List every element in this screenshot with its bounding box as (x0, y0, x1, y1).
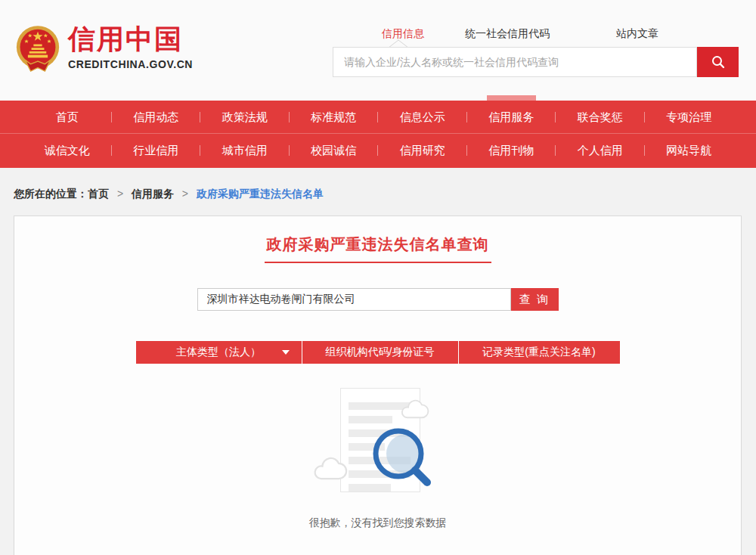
main-nav: 首页 信用动态 政策法规 标准规范 信息公示 信用服务 联合奖惩 专项治理 诚信… (0, 101, 756, 168)
cloud-icon (311, 456, 348, 481)
nav-item-credit-publications[interactable]: 信用刊物 (467, 134, 556, 167)
column-header-label: 组织机构代码/身份证号 (326, 346, 435, 359)
national-emblem-icon (15, 24, 60, 76)
header-search-button[interactable] (697, 47, 739, 77)
nav-item-special-governance[interactable]: 专项治理 (645, 101, 734, 133)
query-form: 查 询 (197, 288, 559, 311)
nav-item-personal-credit[interactable]: 个人信用 (556, 134, 645, 167)
column-header-label: 记录类型(重点关注名单) (482, 346, 595, 359)
nav-item-standards[interactable]: 标准规范 (290, 101, 379, 133)
nav-item-credit-services[interactable]: 信用服务 (467, 101, 556, 133)
tab-site-articles[interactable]: 站内文章 (616, 27, 658, 41)
empty-state-illustration (295, 383, 461, 504)
magnifier-icon (711, 54, 726, 70)
column-header-subject-type[interactable]: 主体类型（法人） (136, 341, 302, 364)
site-header: 信用中国 CREDITCHINA.GOV.CN 信用信息 统一社会信用代码 站内… (0, 0, 756, 101)
column-header-org-code: 组织机构代码/身份证号 (302, 341, 458, 364)
nav-item-policies[interactable]: 政策法规 (200, 101, 290, 133)
no-results-message: 很抱歉，没有找到您搜索数据 (14, 516, 741, 530)
breadcrumb-home[interactable]: 首页 (88, 188, 109, 200)
breadcrumb: 您所在的位置：首页 > 信用服务 > 政府采购严重违法失信名单 (14, 188, 324, 201)
site-logo[interactable]: 信用中国 CREDITCHINA.GOV.CN (15, 24, 193, 76)
column-header-record-type: 记录类型(重点关注名单) (459, 341, 620, 364)
content-panel: 政府采购严重违法失信名单查询 查 询 主体类型（法人） 组织机构代码/身份证号 … (14, 215, 742, 555)
breadcrumb-current-page[interactable]: 政府采购严重违法失信名单 (197, 188, 324, 200)
site-subtitle: CREDITCHINA.GOV.CN (68, 58, 193, 70)
nav-item-integrity-culture[interactable]: 诚信文化 (23, 134, 112, 167)
nav-item-info-disclosure[interactable]: 信息公示 (378, 101, 467, 133)
tab-unified-social-credit-code[interactable]: 统一社会信用代码 (465, 27, 550, 41)
nav-item-site-map[interactable]: 网站导航 (645, 134, 734, 167)
breadcrumb-separator: > (117, 188, 123, 200)
nav-item-city-credit[interactable]: 城市信用 (200, 134, 290, 167)
breadcrumb-credit-services[interactable]: 信用服务 (132, 188, 174, 200)
magnifier-graphic (363, 420, 438, 495)
query-input[interactable] (197, 288, 511, 311)
nav-item-home[interactable]: 首页 (23, 101, 112, 133)
nav-item-joint-rewards[interactable]: 联合奖惩 (556, 101, 645, 133)
breadcrumb-prefix: 您所在的位置： (14, 188, 88, 200)
results-table-header: 主体类型（法人） 组织机构代码/身份证号 记录类型(重点关注名单) (136, 341, 620, 364)
site-title: 信用中国 (68, 24, 193, 54)
nav-item-campus-integrity[interactable]: 校园诚信 (290, 134, 379, 167)
nav-item-credit-news[interactable]: 信用动态 (112, 101, 201, 133)
header-search-bar (333, 47, 739, 77)
page-title: 政府采购严重违法失信名单查询 (265, 234, 491, 263)
breadcrumb-separator: > (182, 188, 188, 200)
dropdown-caret-icon (282, 350, 290, 355)
nav-item-industry-credit[interactable]: 行业信用 (112, 134, 201, 167)
active-nav-highlight (487, 95, 536, 101)
cloud-icon (399, 398, 429, 420)
header-search-input[interactable] (333, 47, 697, 77)
column-header-label: 主体类型（法人） (176, 346, 261, 359)
nav-item-credit-research[interactable]: 信用研究 (378, 134, 467, 167)
query-button[interactable]: 查 询 (511, 288, 559, 311)
